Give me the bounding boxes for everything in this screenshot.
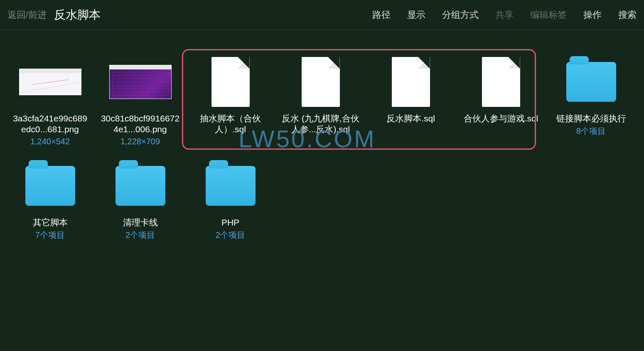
item-name: 反水 (九九棋牌,合伙人参...反水).sql (281, 113, 360, 135)
item-name: PHP (221, 217, 239, 228)
folder-icon (25, 166, 75, 206)
grid-item[interactable]: 链接脚本必须执行8个项目 (546, 55, 636, 159)
toolbar-edit-tags[interactable]: 编辑标签 (530, 9, 567, 21)
item-meta: 1,228×709 (120, 137, 160, 146)
folder-icon (206, 166, 256, 206)
toolbar-share[interactable]: 共享 (495, 9, 514, 21)
folder-icon (566, 62, 616, 102)
item-name: 链接脚本必须执行 (556, 113, 626, 124)
topbar-right: 路径 显示 分组方式 共享 编辑标签 操作 搜索 (372, 9, 644, 21)
item-name: 其它脚本 (33, 217, 68, 228)
item-name: 30c81c8bcf99166724e1...006.png (101, 113, 180, 135)
item-name: 3a3cfa241e99c689edc0...681.png (11, 113, 90, 135)
toolbar-search[interactable]: 搜索 (618, 9, 637, 21)
item-name: 清理卡线 (123, 217, 158, 228)
toolbar-display[interactable]: 显示 (407, 9, 425, 21)
item-name: 反水脚本.sql (386, 113, 435, 124)
file-grid: 3a3cfa241e99c689edc0...681.png1,240×5423… (0, 30, 644, 263)
grid-item[interactable]: 其它脚本7个项目 (5, 159, 95, 263)
grid-item[interactable]: 反水 (九九棋牌,合伙人参...反水).sql (275, 55, 366, 159)
topbar-left: 返回/前进 反水脚本 (7, 7, 101, 23)
document-icon (302, 57, 340, 107)
document-icon (392, 57, 430, 107)
item-meta: 8个项目 (576, 126, 606, 137)
item-name: 合伙人参与游戏.sql (464, 113, 538, 124)
page-title: 反水脚本 (54, 7, 101, 23)
item-meta: 2个项目 (216, 230, 245, 241)
grid-item[interactable]: 抽水脚本（合伙人）.sql (185, 55, 275, 159)
grid-item[interactable]: PHP2个项目 (185, 159, 275, 263)
item-name: 抽水脚本（合伙人）.sql (191, 113, 270, 135)
toolbar-group[interactable]: 分组方式 (442, 9, 479, 21)
toolbar-action[interactable]: 操作 (583, 9, 602, 21)
toolbar-path[interactable]: 路径 (372, 9, 391, 21)
document-icon (211, 57, 250, 107)
grid-item[interactable]: 3a3cfa241e99c689edc0...681.png1,240×542 (5, 55, 95, 159)
item-meta: 7个项目 (35, 230, 65, 241)
nav-back-forward[interactable]: 返回/前进 (7, 9, 47, 21)
grid-item[interactable]: 反水脚本.sql (366, 55, 456, 159)
topbar: 返回/前进 反水脚本 路径 显示 分组方式 共享 编辑标签 操作 搜索 (0, 0, 644, 30)
grid-item[interactable]: 清理卡线2个项目 (95, 159, 185, 263)
folder-icon (116, 166, 165, 206)
document-icon (482, 57, 520, 107)
image-thumbnail-icon (109, 65, 172, 99)
item-meta: 2个项目 (125, 230, 155, 241)
image-thumbnail-icon (19, 69, 81, 95)
item-meta: 1,240×542 (30, 137, 70, 146)
grid-item[interactable]: 合伙人参与游戏.sql (456, 55, 546, 159)
grid-item[interactable]: 30c81c8bcf99166724e1...006.png1,228×709 (95, 55, 185, 159)
